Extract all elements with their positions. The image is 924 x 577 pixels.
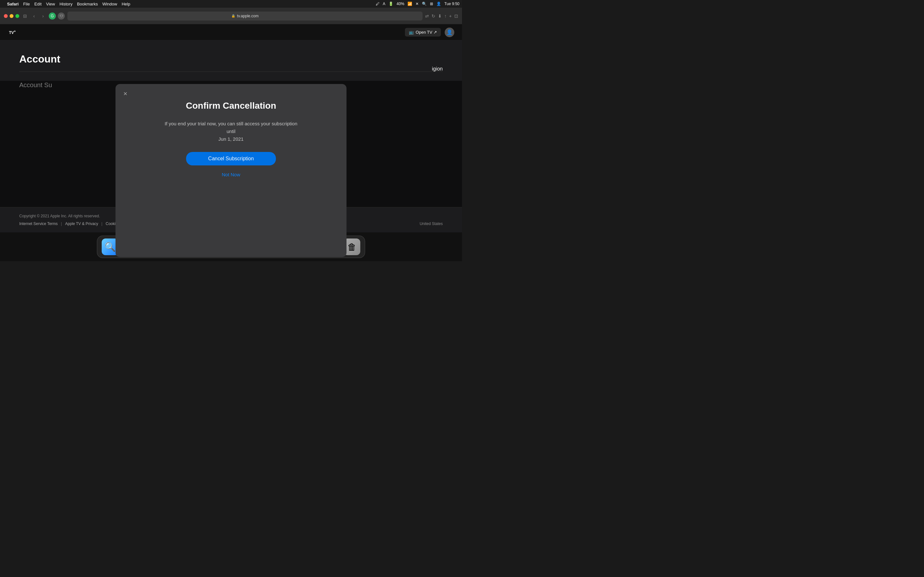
back-button[interactable]: ‹ [31,13,37,19]
browser-action-buttons: ⇄ ↻ ⬇ ↑ + ⊡ [425,13,458,19]
search-menu-icon[interactable]: 🔍 [422,2,427,6]
clock: Tue 9:50 [444,2,459,6]
wifi-icon: 📶 [407,2,412,6]
reload-button[interactable]: ↻ [431,13,435,19]
footer-sep-2: | [102,221,102,226]
browser-chrome: ⊟ ‹ › G 🛡 🔒 tv.apple.com ⇄ ↻ ⬇ ↑ + ⊡ [0,8,462,24]
menu-window[interactable]: Window [102,2,117,6]
menu-history[interactable]: History [59,2,72,6]
translate-button[interactable]: ⇄ [425,13,429,19]
new-tab-button[interactable]: + [449,13,452,19]
grammarly-extension-icon[interactable]: G [49,13,56,19]
scriv-menu-icon: 🖊 [376,2,380,6]
address-bar[interactable]: 🔒 tv.apple.com [67,11,423,21]
modal-description-line1: If you end your trial now, you can still… [165,121,297,134]
menu-bar: Safari File Edit View History Bookmarks … [0,0,462,8]
footer-link-apple-tv-privacy[interactable]: Apple TV & Privacy [65,221,98,226]
modal-title: Confirm Cancellation [186,101,276,111]
battery-indicator: 🔋 [389,2,393,6]
open-tv-icon: 📺 [409,30,414,35]
confirm-cancellation-modal: ✕ Confirm Cancellation If you end your t… [115,84,347,257]
forward-button[interactable]: › [40,13,46,19]
lock-icon: 🔒 [231,14,235,18]
control-center-icon[interactable]: ⊞ [430,2,433,6]
tab-overview-button[interactable]: ⊡ [454,13,458,19]
download-button[interactable]: ⬇ [438,13,442,19]
close-window-button[interactable] [4,14,8,18]
region-partial-text: igion [432,66,443,72]
appletv-logo: TV+ [8,29,16,35]
menu-view[interactable]: View [46,2,55,6]
tv-text: TV+ [9,29,16,35]
page-divider [19,71,443,72]
not-now-link[interactable]: Not Now [222,172,240,177]
open-tv-label: Open TV ↗ [416,30,437,35]
menu-bookmarks[interactable]: Bookmarks [77,2,98,6]
menu-edit[interactable]: Edit [34,2,41,6]
share-button[interactable]: ↑ [444,13,447,19]
menu-help[interactable]: Help [121,2,130,6]
menu-bar-left: Safari File Edit View History Bookmarks … [3,2,130,6]
modal-close-button[interactable]: ✕ [121,89,129,98]
footer-sep-1: | [61,221,62,226]
battery-percent: 40% [397,2,404,6]
menu-file[interactable]: File [23,2,30,6]
footer-link-internet-service-terms[interactable]: Internet Service Terms [19,221,58,226]
modal-description-date: Jun 1, 2021 [218,136,244,142]
extension-icons: G 🛡 [49,13,65,19]
close-icon: ✕ [123,91,128,97]
modal-description: If you end your trial now, you can still… [160,120,302,143]
appletv-nav-right: 📺 Open TV ↗ 👤 [405,27,454,37]
cancel-subscription-button[interactable]: Cancel Subscription [186,152,276,165]
menu-safari[interactable]: Safari [7,2,19,6]
sidebar-toggle-button[interactable]: ⊟ [22,13,28,19]
a-icon: A [383,2,385,6]
fullscreen-window-button[interactable] [15,14,19,18]
user-avatar[interactable]: 👤 [445,27,454,37]
footer-region: United States [420,221,443,226]
menu-bar-right: 🖊 A 🔋 40% 📶 ✕ 🔍 ⊞ 👤 Tue 9:50 [376,2,459,6]
account-page: Account Account Su igion ✕ Confirm Cance… [0,40,462,207]
modal-overlay: ✕ Confirm Cancellation If you end your t… [0,81,462,207]
account-page-title: Account [19,53,443,65]
privacy-extension-icon[interactable]: 🛡 [58,13,65,19]
minimize-window-button[interactable] [10,14,13,18]
url-text[interactable]: tv.apple.com [237,14,258,18]
window-controls [4,14,19,18]
appletv-navbar: TV+ 📺 Open TV ↗ 👤 [0,24,462,40]
wifi-off-icon: ✕ [415,2,419,6]
open-tv-button[interactable]: 📺 Open TV ↗ [405,28,441,37]
tv-plus-sign: + [14,29,16,33]
user-menu-icon[interactable]: 👤 [436,2,441,6]
